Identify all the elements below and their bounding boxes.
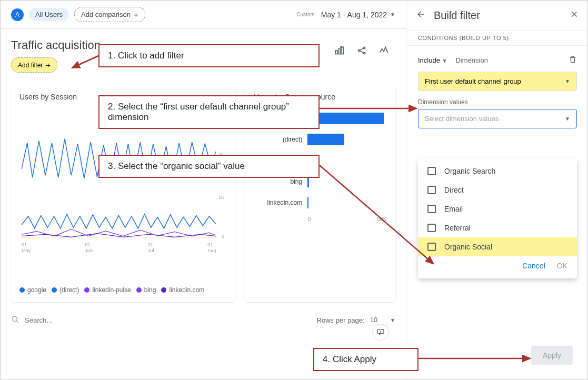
- dimension-selected-text: First user default channel group: [425, 77, 521, 85]
- dimension-values-label: Dimension values: [418, 98, 577, 106]
- add-comparison-chip[interactable]: Add comparison +: [74, 7, 145, 22]
- back-arrow-icon[interactable]: [416, 9, 426, 22]
- share-icon[interactable]: [356, 45, 367, 58]
- checkbox-icon: [427, 186, 436, 194]
- chart1-legend: google (direct) linkedin-pulse bing link…: [19, 286, 226, 294]
- line-chart: 2K 1K 0 01 May 01 Jun 01 Jul 01 Aug: [19, 111, 226, 279]
- insights-icon[interactable]: [378, 45, 389, 58]
- date-range-text: May 1 - Aug 1, 2022: [321, 11, 387, 19]
- segment-avatar: A: [11, 8, 24, 21]
- checkbox-icon: [427, 224, 436, 232]
- svg-text:01: 01: [148, 242, 153, 247]
- svg-text:Jun: Jun: [85, 248, 93, 253]
- option-label: Referral: [444, 224, 471, 232]
- bar-label: linkedin.com: [254, 199, 302, 206]
- dimension-value-option[interactable]: Organic Social: [418, 237, 577, 256]
- add-filter-label: Add filter: [18, 62, 43, 69]
- plus-icon: +: [134, 10, 138, 19]
- bar-fill: [307, 197, 308, 208]
- dimension-value-option[interactable]: Referral: [418, 218, 577, 237]
- custom-tag: Custom: [296, 12, 314, 17]
- chevron-down-icon: ▼: [390, 317, 395, 323]
- svg-text:Jul: Jul: [148, 248, 154, 253]
- segment-chip-all-users[interactable]: All Users: [29, 8, 69, 21]
- bar-xtick: 50K: [376, 216, 387, 222]
- search-icon: [11, 315, 19, 325]
- date-range-picker[interactable]: Custom May 1 - Aug 1, 2022 ▼: [296, 11, 395, 19]
- bar-xtick: 0: [307, 216, 311, 222]
- plus-icon: +: [46, 61, 51, 69]
- dimension-values-placeholder: Select dimension values: [425, 115, 499, 123]
- dimension-values-select[interactable]: Select dimension values ▼: [418, 109, 577, 128]
- dropdown-ok-button[interactable]: OK: [557, 262, 567, 270]
- checkbox-icon: [427, 167, 436, 175]
- apply-button[interactable]: Apply: [531, 346, 573, 365]
- bar-label: bing: [254, 178, 302, 185]
- bar-row: (direct): [254, 134, 387, 145]
- rows-per-page-label: Rows per page:: [317, 316, 365, 324]
- conditions-header: CONDITIONS (BUILD UP TO 5): [406, 30, 588, 46]
- chevron-down-icon: ▼: [565, 78, 570, 84]
- svg-text:May: May: [22, 248, 31, 253]
- svg-point-4: [363, 47, 365, 48]
- bar-label: (direct): [254, 136, 302, 143]
- option-label: Organic Search: [444, 167, 495, 175]
- add-comparison-label: Add comparison: [81, 11, 131, 18]
- customize-report-icon[interactable]: [334, 45, 345, 58]
- dimension-select[interactable]: First user default channel group ▼: [418, 72, 577, 91]
- checkbox-icon: [427, 205, 436, 213]
- svg-point-5: [363, 52, 365, 54]
- svg-rect-0: [336, 51, 337, 54]
- annotation-step1: 1. Click to add filter: [98, 44, 320, 67]
- svg-rect-2: [342, 47, 343, 54]
- svg-text:1K: 1K: [218, 195, 224, 200]
- search-input[interactable]: [25, 316, 312, 324]
- bar-fill: [307, 134, 344, 145]
- dimension-value-option[interactable]: Organic Search: [418, 162, 577, 181]
- delete-condition-icon[interactable]: [569, 55, 577, 65]
- option-label: Direct: [444, 186, 464, 194]
- feedback-icon[interactable]: [372, 324, 389, 341]
- dimension-values-dropdown: Organic SearchDirectEmailReferralOrganic…: [418, 158, 577, 278]
- dimension-value-option[interactable]: Direct: [418, 181, 577, 199]
- bar-row: linkedin.com: [254, 197, 387, 208]
- annotation-step2: 2. Select the “first user default channe…: [98, 95, 320, 129]
- close-icon[interactable]: [570, 9, 579, 21]
- dimension-value-option[interactable]: Email: [418, 199, 577, 218]
- option-label: Email: [444, 205, 463, 213]
- svg-point-21: [381, 333, 381, 333]
- dimension-label: Dimension: [455, 56, 487, 64]
- svg-text:01: 01: [22, 242, 27, 247]
- svg-text:0: 0: [222, 234, 224, 239]
- checkbox-icon: [427, 243, 436, 251]
- panel-title: Build filter: [434, 9, 562, 22]
- dropdown-cancel-button[interactable]: Cancel: [522, 262, 545, 270]
- svg-text:Aug: Aug: [207, 248, 216, 253]
- chevron-down-icon: ▼: [390, 12, 395, 17]
- add-filter-button[interactable]: Add filter +: [11, 57, 57, 73]
- chevron-down-icon: ▼: [565, 116, 570, 122]
- annotation-step3: 3. Select the “organic social” value: [98, 155, 320, 178]
- svg-point-18: [12, 316, 17, 321]
- svg-rect-1: [338, 49, 340, 54]
- svg-point-3: [358, 49, 360, 51]
- svg-text:01: 01: [207, 242, 213, 247]
- annotation-step4: 4. Click Apply: [313, 348, 418, 371]
- include-toggle[interactable]: Include ▼: [418, 56, 447, 64]
- svg-text:01: 01: [85, 242, 91, 247]
- option-label: Organic Social: [444, 243, 492, 251]
